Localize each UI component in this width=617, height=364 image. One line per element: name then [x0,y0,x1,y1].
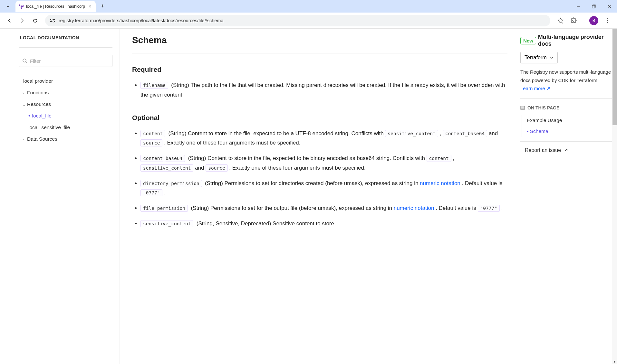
sidebar-item-resources[interactable]: ⌄Resources [19,98,112,110]
maximize-button[interactable] [586,0,602,13]
address-bar[interactable]: registry.terraform.io/providers/hashicor… [45,15,550,26]
tab-controls: local_file | Resources | hashicorp × + [3,0,107,13]
report-issue-link[interactable]: Report an issue [520,147,612,153]
chevron-down-icon: ⌄ [23,103,26,107]
list-item: directory_permission (String) Permission… [140,179,507,198]
menu-button[interactable] [602,15,613,26]
chevron-down-icon [550,56,554,60]
sidebar-item-local-sensitive-file[interactable]: local_sensitive_file [19,122,112,133]
sidebar-item-local-file[interactable]: •local_file [19,110,112,122]
filter-input[interactable] [30,58,109,64]
otp-item-schema[interactable]: • Schema [522,126,612,137]
multi-lang-text: The Registry now supports multi-language… [520,68,612,99]
otp-item-example-usage[interactable]: Example Usage [522,115,612,126]
language-select[interactable]: Terraform [520,52,558,63]
scroll-down-icon[interactable]: ▼ [612,359,617,364]
heading-optional: Optional [132,114,507,122]
search-icon [22,58,27,63]
filter-box[interactable] [19,55,112,67]
svg-rect-6 [53,19,55,20]
terraform-icon [19,4,24,9]
code-directory-permission: directory_permission [140,180,202,187]
heading-required: Required [132,66,507,73]
code-default: "0777" [478,205,500,212]
svg-point-14 [23,59,26,62]
bullet-icon: • [527,128,530,134]
divider [520,141,612,142]
learn-more-link[interactable]: Learn more ↗ [520,86,551,91]
svg-point-10 [53,21,54,22]
required-list: filename (String) The path to the file t… [132,80,507,100]
svg-rect-7 [50,21,52,22]
close-tab-icon[interactable]: × [87,3,92,10]
code-sensitive-content: sensitive_content [140,220,193,227]
list-item: file_permission (String) Permissions to … [140,203,507,213]
minimize-button[interactable] [571,0,586,13]
link-numeric-notation[interactable]: numeric notation [420,180,460,186]
code-content: content [140,130,165,137]
window-controls [571,0,617,13]
code-file-permission: file_permission [140,205,188,212]
tabs-dropdown[interactable] [3,2,13,11]
code-content: content [427,155,451,162]
code-sensitive-content: sensitive_content [385,130,438,137]
forward-button[interactable] [17,15,28,26]
browser-tab[interactable]: local_file | Resources | hashicorp × [15,1,96,12]
chevron-right-icon: › [23,91,26,95]
svg-point-11 [607,18,608,19]
multi-lang-title: Multi-language provider docs [538,34,612,47]
browser-toolbar: registry.terraform.io/providers/hashicor… [0,13,617,29]
page-content: LOCAL DOCUMENTATION local provider ›Func… [0,29,617,364]
bullet-icon: • [28,113,30,119]
svg-line-15 [26,62,27,63]
sidebar-item-local-provider[interactable]: local provider [19,75,112,87]
on-this-page-list: Example Usage • Schema [522,115,612,137]
list-item: content_base64 (String) Content to store… [140,154,507,173]
code-filename: filename [140,82,168,89]
list-icon [520,106,525,110]
divider [132,53,507,53]
new-badge: New [520,37,536,44]
right-column: New Multi-language provider docs Terrafo… [520,29,617,364]
close-window-button[interactable] [602,0,617,13]
toolbar-divider [584,17,584,24]
external-link-icon [564,148,568,153]
main-content: Schema Required filename (String) The pa… [120,29,520,364]
multi-lang-header: New Multi-language provider docs [520,34,612,47]
on-this-page-header: ON THIS PAGE [520,105,612,110]
sidebar-nav: local provider ›Functions ⌄Resources •lo… [19,75,112,145]
code-source: source [140,139,162,146]
svg-point-9 [51,19,52,20]
sidebar-title: LOCAL DOCUMENTATION [19,35,112,48]
reload-button[interactable] [30,15,41,26]
svg-rect-2 [592,5,595,8]
chevron-right-icon: › [23,137,26,141]
code-default: "0777" [140,189,162,196]
list-item: sensitive_content (String, Sensitive, De… [140,219,507,229]
list-item: content (String) Content to store in the… [140,129,507,148]
link-numeric-notation[interactable]: numeric notation [394,205,434,211]
code-content-base64: content_base64 [140,155,185,162]
profile-avatar[interactable]: B [588,15,600,26]
optional-list: content (String) Content to store in the… [132,129,507,229]
sidebar: LOCAL DOCUMENTATION local provider ›Func… [0,29,120,364]
sidebar-item-data-sources[interactable]: ›Data Sources [19,133,112,145]
list-item: filename (String) The path to the file t… [140,80,507,100]
new-tab-button[interactable]: + [98,2,107,11]
sidebar-item-functions[interactable]: ›Functions [19,87,112,98]
scroll-thumb[interactable] [612,29,617,125]
browser-tab-strip: local_file | Resources | hashicorp × + [0,0,617,13]
site-settings-icon[interactable] [50,18,55,23]
svg-point-13 [607,22,608,23]
code-content-base64: content_base64 [443,130,487,137]
code-source: source [206,164,227,172]
url-text: registry.terraform.io/providers/hashicor… [59,18,223,23]
back-button[interactable] [4,15,15,26]
tab-title: local_file | Resources | hashicorp [26,4,85,9]
heading-schema: Schema [132,35,507,45]
code-sensitive-content: sensitive_content [140,164,193,172]
scrollbar[interactable]: ▲ ▼ [612,29,617,364]
extensions-icon[interactable] [568,15,580,26]
svg-point-12 [607,20,608,21]
bookmark-star-icon[interactable] [555,15,566,26]
